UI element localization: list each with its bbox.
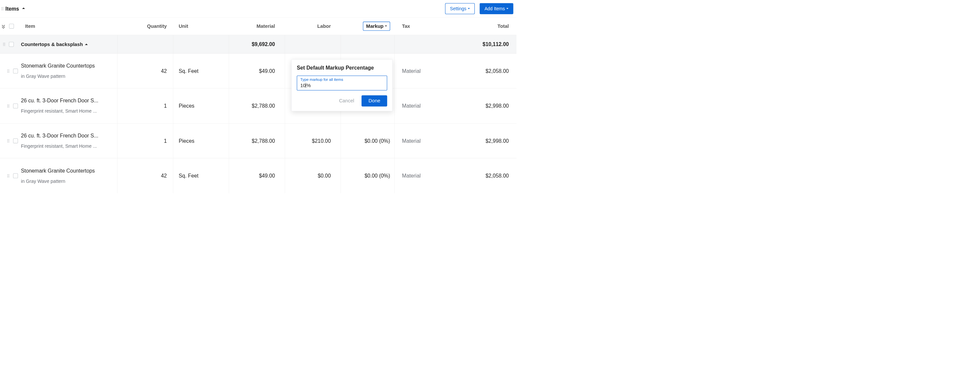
item-checkbox[interactable] bbox=[13, 103, 18, 108]
col-quantity: Quantity bbox=[115, 24, 175, 29]
cancel-button[interactable]: Cancel bbox=[337, 96, 356, 106]
markup-input-label: Type markup for all items bbox=[300, 77, 384, 82]
item-quantity: 1 bbox=[115, 138, 175, 144]
item-tax: Material bbox=[398, 103, 450, 109]
item-unit: Pieces bbox=[175, 103, 227, 109]
drag-handle-icon[interactable] bbox=[7, 174, 9, 177]
item-material: $2,788.00 bbox=[227, 103, 283, 109]
item-unit: Sq. Feet bbox=[175, 173, 227, 179]
table-header: Item Quantity Unit Material Labor Markup… bbox=[0, 18, 517, 35]
item-total: $2,058.00 bbox=[450, 68, 517, 74]
item-material: $49.00 bbox=[227, 173, 283, 179]
expand-all-icon[interactable] bbox=[1, 24, 6, 29]
item-checkbox[interactable] bbox=[13, 139, 18, 143]
item-quantity: 42 bbox=[115, 173, 175, 179]
add-items-button[interactable]: Add Items bbox=[480, 3, 514, 14]
item-markup: $0.00 (0%) bbox=[338, 138, 398, 144]
item-quantity: 1 bbox=[115, 103, 175, 109]
group-grand-total: $10,112.00 bbox=[450, 41, 517, 47]
group-checkbox[interactable] bbox=[9, 42, 14, 47]
markup-input-value[interactable]: 10 bbox=[300, 83, 305, 88]
add-items-button-label: Add Items bbox=[484, 6, 505, 11]
select-all-checkbox[interactable] bbox=[9, 24, 14, 29]
item-name: Stonemark Granite Countertops bbox=[21, 167, 111, 174]
item-tax: Material bbox=[398, 173, 450, 179]
markup-popover: Set Default Markup Percentage Type marku… bbox=[291, 59, 393, 111]
item-name: Stonemark Granite Countertops bbox=[21, 63, 111, 69]
settings-button[interactable]: Settings bbox=[445, 3, 475, 14]
item-row[interactable]: 26 cu. ft. 3-Door French Door S... Finge… bbox=[0, 88, 517, 123]
item-row[interactable]: 26 cu. ft. 3-Door French Door S... Finge… bbox=[0, 124, 517, 158]
drag-handle-icon[interactable] bbox=[3, 43, 5, 46]
item-material: $2,788.00 bbox=[227, 138, 283, 144]
group-material-total: $9,692.00 bbox=[227, 41, 283, 47]
col-tax: Tax bbox=[398, 24, 450, 29]
group-row[interactable]: Countertops & backsplash $9,692.00 $10,1… bbox=[0, 35, 517, 54]
item-name: 26 cu. ft. 3-Door French Door S... bbox=[21, 133, 111, 139]
item-quantity: 42 bbox=[115, 68, 175, 74]
item-unit: Pieces bbox=[175, 138, 227, 144]
drag-handle-icon[interactable] bbox=[7, 69, 9, 72]
markup-label: Markup bbox=[366, 24, 383, 29]
col-unit: Unit bbox=[175, 24, 227, 29]
item-unit: Sq. Feet bbox=[175, 68, 227, 74]
item-markup: $0.00 (0%) bbox=[338, 173, 398, 179]
popover-title: Set Default Markup Percentage bbox=[297, 65, 387, 71]
settings-button-label: Settings bbox=[450, 6, 466, 11]
section-title: Items bbox=[5, 6, 19, 11]
item-tax: Material bbox=[398, 138, 450, 144]
item-desc: in Gray Wave pattern bbox=[21, 178, 111, 184]
item-total: $2,998.00 bbox=[450, 103, 517, 109]
col-labor: Labor bbox=[283, 24, 339, 29]
chevron-down-icon bbox=[506, 8, 508, 9]
items-table: Item Quantity Unit Material Labor Markup… bbox=[0, 18, 517, 193]
col-item: Item bbox=[21, 24, 115, 29]
chevron-down-icon bbox=[468, 8, 470, 9]
markup-dropdown-button[interactable]: Markup bbox=[363, 22, 390, 30]
item-total: $2,058.00 bbox=[450, 173, 517, 179]
item-desc: Fingerprint resistant, Smart Home ... bbox=[21, 143, 111, 149]
group-title-text: Countertops & backsplash bbox=[21, 41, 83, 47]
item-total: $2,998.00 bbox=[450, 138, 517, 144]
group-title[interactable]: Countertops & backsplash bbox=[21, 41, 115, 47]
col-material: Material bbox=[227, 24, 283, 29]
item-material: $49.00 bbox=[227, 68, 283, 74]
item-desc: in Gray Wave pattern bbox=[21, 73, 111, 79]
chevron-up-icon bbox=[85, 43, 88, 45]
item-checkbox[interactable] bbox=[13, 173, 18, 178]
item-name: 26 cu. ft. 3-Door French Door S... bbox=[21, 98, 111, 103]
done-button[interactable]: Done bbox=[361, 96, 387, 107]
drag-handle-icon[interactable] bbox=[7, 139, 9, 142]
chevron-down-icon bbox=[385, 25, 387, 27]
item-row[interactable]: Stonemark Granite Countertops in Gray Wa… bbox=[0, 158, 517, 193]
item-checkbox[interactable] bbox=[13, 68, 18, 73]
markup-input-wrap[interactable]: Type markup for all items 10% bbox=[297, 75, 387, 91]
item-labor: $210.00 bbox=[283, 138, 339, 144]
drag-handle-icon[interactable] bbox=[7, 104, 9, 107]
col-markup: Markup bbox=[338, 22, 398, 30]
col-total: Total bbox=[450, 24, 517, 29]
item-labor: $0.00 bbox=[283, 173, 339, 179]
item-desc: Fingerprint resistant, Smart Home ... bbox=[21, 109, 111, 114]
item-tax: Material bbox=[398, 68, 450, 74]
item-row[interactable]: Stonemark Granite Countertops in Gray Wa… bbox=[0, 54, 517, 88]
section-header: Items Settings Add Items bbox=[0, 0, 517, 18]
text-cursor bbox=[305, 83, 306, 88]
chevron-up-icon[interactable] bbox=[22, 7, 25, 9]
drag-handle-icon[interactable] bbox=[1, 7, 3, 10]
percent-symbol: % bbox=[306, 83, 310, 88]
